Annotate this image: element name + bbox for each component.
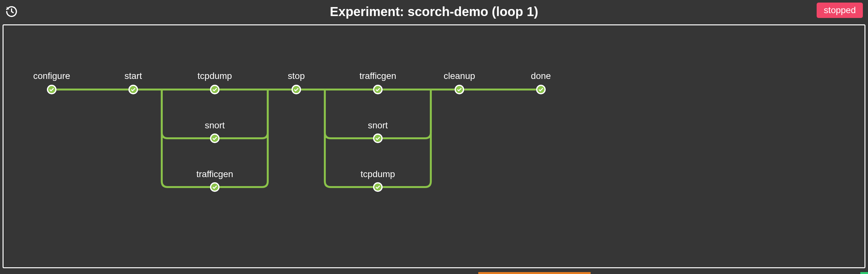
header: Experiment: scorch-demo (loop 1) stopped bbox=[0, 0, 868, 23]
node-label-snort-2: snort bbox=[368, 120, 388, 131]
history-button[interactable] bbox=[4, 4, 19, 19]
status-badge: stopped bbox=[817, 3, 863, 18]
check-icon bbox=[294, 88, 299, 92]
check-icon bbox=[212, 136, 217, 140]
node-snort-1[interactable] bbox=[210, 134, 220, 143]
check-icon bbox=[49, 88, 54, 92]
node-label-snort-1: snort bbox=[205, 120, 225, 131]
node-label-start: start bbox=[125, 71, 142, 81]
check-icon bbox=[375, 185, 380, 189]
node-cleanup[interactable] bbox=[455, 85, 464, 94]
node-label-cleanup: cleanup bbox=[444, 71, 475, 81]
node-label-tcpdump-2: tcpdump bbox=[361, 169, 395, 179]
node-label-trafficgen-2: trafficgen bbox=[360, 71, 397, 81]
check-icon bbox=[131, 88, 136, 92]
pipeline-panel: configurestarttcpdumpsnorttrafficgenstop… bbox=[3, 24, 865, 268]
node-label-tcpdump-1: tcpdump bbox=[197, 71, 232, 81]
node-label-configure: configure bbox=[33, 71, 70, 81]
node-label-done: done bbox=[531, 71, 551, 81]
node-stop[interactable] bbox=[291, 85, 301, 94]
node-trafficgen-1[interactable] bbox=[210, 182, 220, 192]
node-snort-2[interactable] bbox=[373, 134, 383, 143]
node-trafficgen-2[interactable] bbox=[373, 85, 383, 94]
page-title: Experiment: scorch-demo (loop 1) bbox=[4, 4, 864, 19]
check-icon bbox=[375, 136, 380, 140]
check-icon bbox=[375, 88, 380, 92]
history-icon bbox=[5, 5, 18, 18]
node-label-stop: stop bbox=[288, 71, 305, 81]
node-configure[interactable] bbox=[47, 85, 57, 94]
pipeline-edges bbox=[3, 25, 865, 267]
node-tcpdump-1[interactable] bbox=[210, 85, 220, 94]
check-icon bbox=[457, 88, 462, 92]
node-done[interactable] bbox=[536, 85, 546, 94]
node-start[interactable] bbox=[128, 85, 138, 94]
check-icon bbox=[212, 88, 217, 92]
node-tcpdump-2[interactable] bbox=[373, 182, 383, 192]
accent-green bbox=[860, 272, 868, 274]
accent-orange bbox=[478, 272, 591, 274]
check-icon bbox=[538, 88, 544, 92]
node-label-trafficgen-1: trafficgen bbox=[196, 169, 234, 179]
check-icon bbox=[212, 185, 217, 189]
